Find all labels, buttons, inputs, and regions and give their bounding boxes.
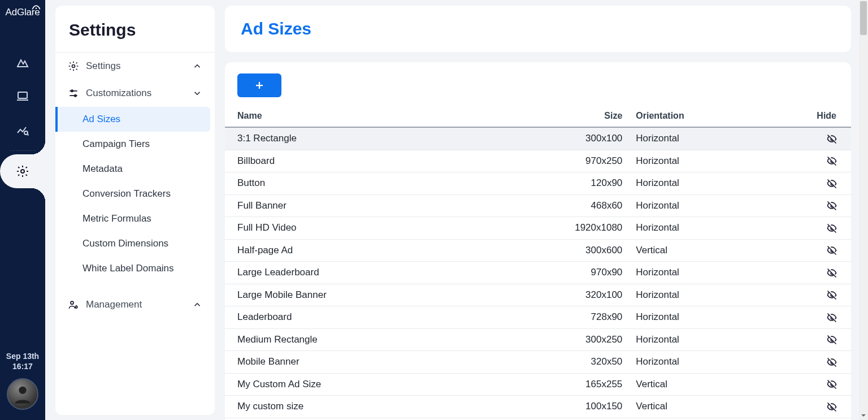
main-content: Ad Sizes Name Size Orientation Hide 3:1 … — [225, 6, 851, 420]
cell-hide — [810, 306, 851, 329]
table-row[interactable]: Netboard580x400Horizontal — [225, 418, 851, 420]
eye-off-icon[interactable] — [826, 334, 837, 345]
cell-size: 100x150 — [550, 396, 629, 418]
table-row[interactable]: Medium Rectangle300x250Horizontal — [225, 328, 851, 351]
eye-off-icon[interactable] — [826, 357, 837, 368]
rail-date-line2: 16:17 — [6, 361, 39, 371]
sidebar-item-label: Custom Dimensions — [83, 238, 168, 249]
sidebar-item-label: Conversion Trackers — [83, 188, 171, 199]
cell-size: 320x100 — [550, 284, 629, 306]
sidebar-item-label: Metadata — [83, 163, 123, 174]
eye-off-icon[interactable] — [826, 379, 837, 390]
eye-off-icon[interactable] — [826, 223, 837, 234]
cell-name: Medium Rectangle — [225, 328, 550, 351]
sidebar-item-custom-dimensions[interactable]: Custom Dimensions — [55, 231, 215, 256]
cell-hide — [810, 194, 851, 217]
cell-hide — [810, 239, 851, 262]
eye-off-icon[interactable] — [826, 267, 837, 279]
sidebar-item-white-label-domains[interactable]: White Label Domains — [55, 256, 215, 281]
cell-name: Mobile Banner — [225, 351, 550, 374]
nav-rail: AdGlare Sep 13th 16:17 — [0, 0, 45, 420]
eye-off-icon[interactable] — [826, 401, 837, 413]
sidebar-item-ad-sizes[interactable]: Ad Sizes — [55, 107, 210, 132]
col-orientation[interactable]: Orientation — [629, 105, 810, 127]
cell-name: Netboard — [225, 418, 550, 420]
col-size[interactable]: Size — [550, 105, 629, 127]
add-button[interactable] — [237, 73, 281, 97]
cell-hide — [810, 127, 851, 150]
cell-size: 728x90 — [550, 306, 629, 329]
cell-hide — [810, 351, 851, 374]
eye-off-icon[interactable] — [826, 200, 837, 211]
table-row[interactable]: Full Banner468x60Horizontal — [225, 194, 851, 217]
table-row[interactable]: Billboard970x250Horizontal — [225, 150, 851, 172]
rail-date-line1: Sep 13th — [6, 351, 39, 361]
cell-size: 970x90 — [550, 262, 629, 284]
laptop-icon — [16, 89, 29, 103]
cell-orientation: Horizontal — [629, 328, 810, 351]
table-row[interactable]: 3:1 Rectangle300x100Horizontal — [225, 127, 851, 150]
table-row[interactable]: Leaderboard728x90Horizontal — [225, 306, 851, 329]
cell-size: 468x60 — [550, 194, 629, 217]
cell-size: 120x90 — [550, 172, 629, 195]
cell-hide — [810, 150, 851, 172]
cell-name: Large Mobile Banner — [225, 284, 550, 306]
cell-name: Leaderboard — [225, 306, 550, 329]
scrollbar[interactable] — [859, 0, 868, 420]
eye-off-icon[interactable] — [826, 155, 837, 167]
table-row[interactable]: Half-page Ad300x600Vertical — [225, 239, 851, 262]
eye-off-icon[interactable] — [826, 133, 837, 145]
table-row[interactable]: Mobile Banner320x50Horizontal — [225, 351, 851, 374]
avatar[interactable] — [7, 378, 38, 410]
chevron-down-icon — [192, 88, 202, 98]
table-row[interactable]: Large Mobile Banner320x100Horizontal — [225, 284, 851, 306]
mountain-icon — [16, 55, 29, 69]
cell-orientation: Horizontal — [629, 150, 810, 172]
rail-nav-settings[interactable] — [0, 154, 45, 188]
gear-icon — [68, 60, 79, 72]
sidebar-section-settings[interactable]: Settings — [55, 53, 215, 80]
sidebar-item-conversion-trackers[interactable]: Conversion Trackers — [55, 181, 215, 206]
table-row[interactable]: My Custom Ad Size165x255Vertical — [225, 373, 851, 396]
scrollbar-down-arrow[interactable] — [859, 411, 868, 420]
sidebar-item-campaign-tiers[interactable]: Campaign Tiers — [55, 132, 215, 157]
cell-hide — [810, 217, 851, 240]
eye-off-icon[interactable] — [826, 245, 837, 256]
rail-datetime: Sep 13th 16:17 — [6, 351, 39, 371]
eye-off-icon[interactable] — [826, 178, 837, 189]
sidebar-item-metadata[interactable]: Metadata — [55, 157, 215, 181]
svg-rect-1 — [18, 92, 27, 98]
rail-nav-dashboard[interactable] — [0, 45, 45, 79]
table-row[interactable]: Full HD Video1920x1080Horizontal — [225, 217, 851, 240]
sidebar-section-label: Management — [86, 299, 142, 310]
col-name[interactable]: Name — [225, 105, 550, 127]
cell-hide — [810, 418, 851, 420]
rail-nav-websites[interactable] — [0, 79, 45, 113]
table-row[interactable]: My custom size100x150Vertical — [225, 396, 851, 418]
cell-orientation: Vertical — [629, 239, 810, 262]
cell-size: 165x255 — [550, 373, 629, 396]
sidebar-item-metric-formulas[interactable]: Metric Formulas — [55, 206, 215, 231]
scrollbar-thumb[interactable] — [860, 1, 867, 35]
table-row[interactable]: Button120x90Horizontal — [225, 172, 851, 195]
cell-orientation: Vertical — [629, 373, 810, 396]
page-header: Ad Sizes — [225, 6, 851, 52]
sidebar-item-label: Campaign Tiers — [83, 138, 150, 149]
eye-off-icon[interactable] — [826, 312, 837, 323]
cell-name: Billboard — [225, 150, 550, 172]
table-row[interactable]: Large Leaderboard970x90Horizontal — [225, 262, 851, 284]
sliders-icon — [68, 88, 79, 99]
cell-orientation: Horizontal — [629, 217, 810, 240]
sidebar-section-customizations[interactable]: Customizations — [55, 80, 215, 107]
sidebar-section-management[interactable]: Management — [55, 291, 215, 318]
cell-hide — [810, 328, 851, 351]
user-gear-icon — [68, 299, 79, 310]
svg-point-5 — [72, 65, 75, 68]
cell-hide — [810, 172, 851, 195]
eye-off-icon[interactable] — [826, 289, 837, 301]
svg-point-3 — [21, 170, 24, 173]
col-hide[interactable]: Hide — [810, 105, 851, 127]
svg-point-2 — [24, 131, 28, 135]
svg-point-8 — [71, 301, 73, 304]
cell-hide — [810, 373, 851, 396]
